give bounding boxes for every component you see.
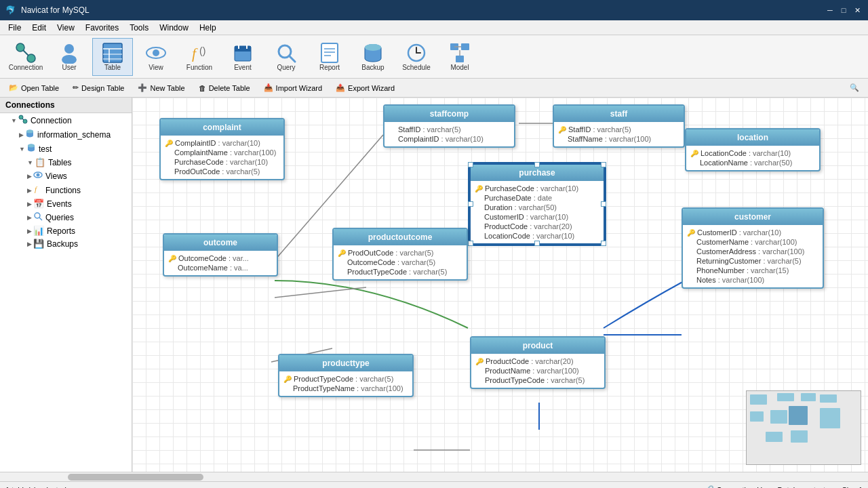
resize-handle-bm[interactable] xyxy=(534,241,540,246)
svg-line-45 xyxy=(39,218,42,220)
connection-label: Connection xyxy=(9,64,43,71)
table-complaint-header: complaint xyxy=(161,119,283,136)
report-button[interactable]: Report xyxy=(309,38,350,76)
key-icon-pt: 🔑 xyxy=(283,375,292,383)
app-icon: 🐬 xyxy=(5,5,16,15)
table-location-body: 🔑 LocationCode : varchar(10) LocationNam… xyxy=(686,146,819,170)
svg-rect-61 xyxy=(766,432,783,442)
field-staffname: StaffName : varchar(100) xyxy=(558,134,679,144)
search-button[interactable]: 🔍 xyxy=(844,81,865,95)
field-outcomename: OutcomeName : va... xyxy=(168,263,273,272)
function-button[interactable]: f() Function xyxy=(179,38,220,76)
field-locationcode: 🔑 LocationCode : varchar(10) xyxy=(690,148,815,158)
table-purchase[interactable]: purchase 🔑 PurchaseCode : varchar(10) Pu… xyxy=(469,163,605,245)
query-button[interactable]: Query xyxy=(266,38,307,76)
resize-handle-br[interactable] xyxy=(601,241,606,246)
table-producttype[interactable]: producttype 🔑 ProductTypeCode : varchar(… xyxy=(278,354,414,397)
menu-window[interactable]: Window xyxy=(154,22,194,34)
sidebar-item-queries[interactable]: ▶ Queries xyxy=(0,210,132,224)
field-producttypecode-po: ProductTypeCode : varchar(5) xyxy=(338,267,462,277)
sidebar-item-events[interactable]: ▶ 📅 Events xyxy=(0,197,132,210)
svg-rect-56 xyxy=(820,394,837,403)
horizontal-scrollbar[interactable] xyxy=(0,472,868,481)
resize-handle-ml[interactable] xyxy=(468,201,473,207)
connection-button[interactable]: Connection xyxy=(5,38,46,76)
open-table-icon: 📂 xyxy=(9,83,18,92)
table-staff[interactable]: staff 🔑 StaffID : varchar(5) StaffName :… xyxy=(553,104,685,148)
table-productoutcome[interactable]: productoutcome 🔑 ProdOutCode : varchar(5… xyxy=(332,228,468,281)
menu-favorites[interactable]: Favorites xyxy=(80,22,124,34)
sidebar-test-label: test xyxy=(39,144,52,154)
sidebar: Connections ▼ Connection ▶ information_s… xyxy=(0,98,132,472)
minimize-button[interactable]: ─ xyxy=(825,5,835,16)
events-icon: 📅 xyxy=(33,199,44,209)
status-bar: 1 table(s) selected 🔗 Connection User: D… xyxy=(0,481,868,488)
sidebar-item-views[interactable]: ▶ Views xyxy=(0,169,132,183)
sidebar-tables-label: Tables xyxy=(48,158,72,167)
svg-text:f: f xyxy=(192,45,198,62)
menu-view[interactable]: View xyxy=(52,22,80,34)
resize-handle-tr[interactable] xyxy=(601,162,606,167)
menu-help[interactable]: Help xyxy=(194,22,222,34)
connection-tree-icon xyxy=(18,115,28,126)
field-producttypename: ProductTypeName : varchar(100) xyxy=(283,384,408,393)
table-purchase-body: 🔑 PurchaseCode : varchar(10) PurchaseDat… xyxy=(471,181,604,243)
menu-edit[interactable]: Edit xyxy=(26,22,52,34)
minimap-inner xyxy=(747,391,861,464)
view-button[interactable]: View xyxy=(136,38,176,76)
svg-rect-20 xyxy=(321,43,338,62)
table-staff-header: staff xyxy=(554,106,684,122)
sidebar-information-schema-label: information_schema xyxy=(37,130,111,140)
sidebar-item-tables[interactable]: ▼ 📋 Tables xyxy=(0,156,132,169)
user-button[interactable]: User xyxy=(49,38,90,76)
sidebar-item-connection[interactable]: ▼ Connection xyxy=(0,113,132,127)
delete-table-button[interactable]: 🗑 Delete Table xyxy=(193,81,256,95)
resize-handle-bl[interactable] xyxy=(468,241,473,246)
event-button[interactable]: Event xyxy=(222,38,263,76)
reports-icon: 📊 xyxy=(33,226,44,236)
sidebar-item-backups[interactable]: ▶ 💾 Backups xyxy=(0,237,132,250)
tables-icon: 📋 xyxy=(35,157,45,167)
maximize-button[interactable]: □ xyxy=(838,5,849,16)
sidebar-item-functions[interactable]: ▶ f Functions xyxy=(0,183,132,197)
table-toolbar: 📂 Open Table ✏ Design Table ➕ New Table … xyxy=(0,79,868,98)
table-button[interactable]: Table xyxy=(92,38,133,76)
table-customer-body: 🔑 CustomerID : varchar(10) CustomerName … xyxy=(683,225,823,287)
resize-handle-tl[interactable] xyxy=(468,162,473,167)
model-button[interactable]: Model xyxy=(439,38,480,76)
open-table-button[interactable]: 📂 Open Table xyxy=(3,81,65,95)
menu-file[interactable]: File xyxy=(3,22,26,34)
table-location[interactable]: location 🔑 LocationCode : varchar(10) Lo… xyxy=(685,128,821,171)
export-wizard-button[interactable]: 📤 Export Wizard xyxy=(330,81,401,95)
query-icon xyxy=(275,42,297,64)
resize-handle-mr[interactable] xyxy=(601,201,606,207)
table-complaint[interactable]: complaint 🔑 ComplaintID : varchar(10) Co… xyxy=(159,118,285,180)
design-table-label: Design Table xyxy=(81,84,124,92)
sidebar-item-reports[interactable]: ▶ 📊 Reports xyxy=(0,224,132,237)
svg-rect-58 xyxy=(750,411,764,422)
close-button[interactable]: ✕ xyxy=(852,5,863,16)
menu-tools[interactable]: Tools xyxy=(124,22,154,34)
table-customer[interactable]: customer 🔑 CustomerID : varchar(10) Cust… xyxy=(682,207,824,289)
table-outcome[interactable]: outcome 🔑 OutcomeCode : var... OutcomeNa… xyxy=(163,233,278,277)
expand-arrow-6: ▶ xyxy=(27,187,32,194)
table-customer-header: customer xyxy=(683,209,823,225)
new-table-button[interactable]: ➕ New Table xyxy=(132,81,191,95)
svg-rect-53 xyxy=(750,394,767,405)
table-outcome-body: 🔑 OutcomeCode : var... OutcomeName : va.… xyxy=(164,251,277,275)
diagram-canvas[interactable]: complaint 🔑 ComplaintID : varchar(10) Co… xyxy=(132,98,868,472)
table-complaint-body: 🔑 ComplaintID : varchar(10) ComplaintNam… xyxy=(161,136,283,179)
resize-handle-tm[interactable] xyxy=(534,162,540,167)
design-table-button[interactable]: ✏ Design Table xyxy=(66,81,130,95)
table-product[interactable]: product 🔑 ProductCode : varchar(20) Prod… xyxy=(470,336,606,389)
sidebar-item-test[interactable]: ▼ test xyxy=(0,142,132,156)
backup-button[interactable]: Backup xyxy=(353,38,393,76)
scrollbar-thumb[interactable] xyxy=(68,474,203,481)
sidebar-item-information-schema[interactable]: ▶ information_schema xyxy=(0,127,132,142)
table-staffcomp[interactable]: staffcomp StaffID : varchar(5) Complaint… xyxy=(383,104,515,148)
field-complaintid-sc: ComplaintID : varchar(10) xyxy=(389,134,510,144)
design-table-icon: ✏ xyxy=(73,83,79,92)
import-wizard-button[interactable]: 📥 Import Wizard xyxy=(258,81,328,95)
schedule-button[interactable]: Schedule xyxy=(396,38,437,76)
function-label: Function xyxy=(186,64,212,71)
